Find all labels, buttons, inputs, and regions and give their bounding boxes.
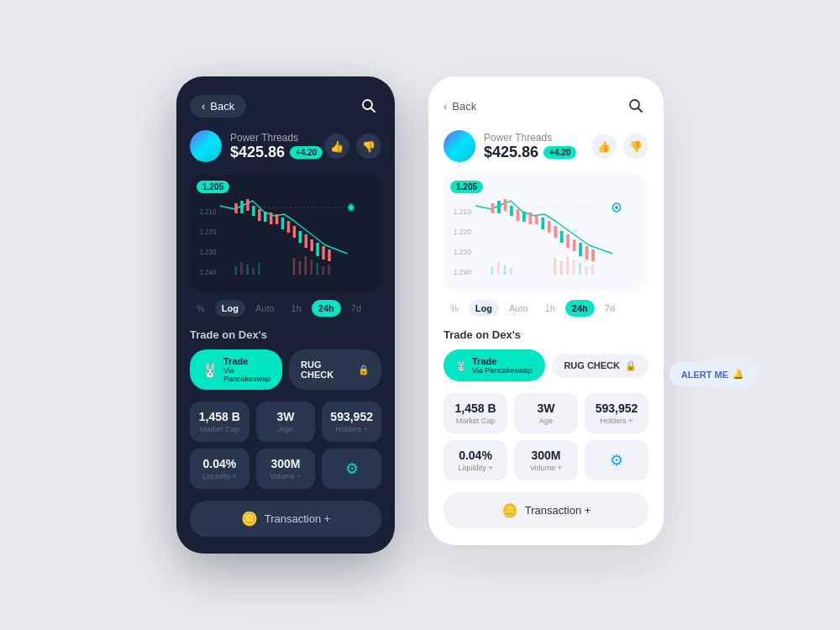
token-logo-light — [444, 130, 475, 162]
dark-header: ‹ Back — [190, 93, 381, 118]
tab-log-dark[interactable]: Log — [215, 300, 245, 317]
stat-volume-light: 300M Volume + — [514, 440, 578, 480]
lock-icon-light: 🔒 — [625, 360, 637, 371]
back-button-dark[interactable]: ‹ Back — [190, 95, 246, 118]
svg-rect-33 — [305, 256, 307, 275]
thumbs-up-light[interactable]: 👍 — [591, 134, 617, 159]
svg-rect-53 — [541, 218, 544, 229]
light-card: ‹ Back Power Threads $425.86 +4.20 — [428, 76, 664, 545]
svg-line-1 — [371, 108, 375, 113]
tab-auto-dark[interactable]: Auto — [249, 300, 281, 317]
alert-me-label: ALERT ME — [681, 370, 728, 380]
token-details-light: Power Threads $425.86 +4.20 — [484, 132, 576, 161]
stats-grid-dark: 1,458 B Market Cap 3W Age 593,952 Holder… — [190, 402, 381, 442]
stat-liquidity-light: 0.04% Liquidity + — [444, 440, 507, 480]
svg-text:1.240: 1.240 — [454, 268, 471, 276]
svg-rect-47 — [504, 199, 507, 211]
tab-7d-dark[interactable]: 7d — [344, 300, 368, 317]
bell-icon: 🔔 — [732, 369, 744, 380]
token-price-light: $425.86 — [484, 144, 538, 161]
trade-buttons-dark: 🐰 Trade Via Pancakeswap RUG CHECK 🔒 — [190, 349, 381, 390]
svg-rect-23 — [328, 249, 330, 261]
svg-rect-17 — [293, 226, 296, 238]
svg-rect-74 — [591, 265, 594, 275]
svg-rect-69 — [560, 261, 563, 275]
thumbs-up-dark[interactable]: 👍 — [324, 134, 349, 159]
stat-volume-dark: 300M Volume + — [256, 449, 316, 489]
gear-button-dark[interactable]: ⚙ — [322, 449, 381, 489]
svg-rect-57 — [566, 234, 570, 248]
rug-check-button-dark[interactable]: RUG CHECK 🔒 — [289, 349, 381, 390]
svg-text:1.230: 1.230 — [200, 247, 217, 256]
back-chevron-light: ‹ — [444, 100, 447, 113]
tab-percent-dark[interactable]: % — [190, 300, 212, 317]
token-logo-dark — [190, 130, 222, 162]
transaction-button-light[interactable]: 🪙 Transaction + — [444, 492, 648, 528]
token-info-dark: Power Threads $425.86 +4.20 👍 👎 — [190, 130, 381, 162]
svg-rect-8 — [240, 201, 243, 213]
tab-24h-dark[interactable]: 24h — [312, 300, 341, 317]
trade-btn-label-dark: Trade — [223, 356, 270, 366]
search-icon-dark[interactable] — [356, 93, 381, 118]
svg-text:1.220: 1.220 — [454, 228, 471, 236]
coin-icon-dark: 🪙 — [241, 511, 258, 527]
svg-rect-20 — [310, 239, 312, 251]
svg-rect-34 — [310, 260, 312, 275]
tab-7d-light[interactable]: 7d — [598, 300, 622, 317]
rug-btn-label-dark: RUG CHECK — [301, 360, 353, 380]
tab-1h-dark[interactable]: 1h — [285, 300, 308, 317]
trade-btn-sub-light: Via Pancakeswap — [472, 366, 532, 375]
svg-text:1.210: 1.210 — [454, 207, 471, 216]
stat-age-light: 3W Age — [514, 393, 578, 433]
main-container: ‹ Back Power Threads $425.86 +4.20 — [143, 43, 697, 587]
tab-auto-light[interactable]: Auto — [502, 300, 535, 317]
tab-percent-light[interactable]: % — [444, 300, 465, 317]
svg-rect-16 — [287, 221, 290, 233]
tab-log-light[interactable]: Log — [469, 300, 499, 317]
token-change-dark: +4.20 — [290, 146, 323, 159]
stats-grid-light: 1,458 B Market Cap 3W Age 593,952 Holder… — [444, 393, 648, 433]
token-name-dark: Power Threads — [230, 132, 323, 144]
trade-button-light[interactable]: 🐰 Trade Via Pancakeswap — [444, 349, 545, 381]
transaction-button-dark[interactable]: 🪙 Transaction + — [190, 501, 381, 537]
thumbs-down-dark[interactable]: 👎 — [356, 134, 381, 159]
svg-rect-36 — [322, 266, 324, 275]
svg-rect-68 — [554, 258, 556, 275]
transaction-label-light: Transaction + — [525, 504, 591, 517]
trade-label-light: Trade on Dex's — [444, 328, 648, 341]
rug-btn-label-light: RUG CHECK — [564, 360, 620, 370]
gear-button-light[interactable]: ⚙ — [585, 440, 648, 480]
stats-grid2-light: 0.04% Liquidity + 300M Volume + ⚙ — [444, 440, 648, 480]
token-left-light: Power Threads $425.86 +4.20 — [444, 130, 576, 162]
svg-rect-37 — [328, 265, 330, 275]
svg-rect-30 — [258, 263, 260, 275]
svg-rect-65 — [497, 262, 500, 275]
svg-rect-15 — [281, 218, 284, 229]
alert-button-container: ALERT ME 🔔 — [669, 362, 756, 386]
svg-rect-56 — [560, 231, 564, 243]
svg-rect-46 — [497, 201, 501, 213]
trade-label-dark: Trade on Dex's — [190, 328, 381, 341]
tab-1h-light[interactable]: 1h — [538, 300, 562, 317]
thumbs-down-light[interactable]: 👎 — [623, 134, 648, 159]
alert-me-button[interactable]: ALERT ME 🔔 — [669, 362, 756, 386]
svg-point-63 — [615, 206, 618, 209]
rug-check-button-light[interactable]: RUG CHECK 🔒 — [552, 354, 648, 378]
trade-buttons-light: 🐰 Trade Via Pancakeswap RUG CHECK 🔒 — [444, 349, 648, 381]
svg-rect-19 — [305, 234, 307, 248]
chart-dark: 1.210 1.220 1.230 1.240 — [198, 182, 373, 283]
svg-rect-27 — [240, 262, 243, 275]
svg-rect-72 — [579, 263, 581, 275]
rabbit-icon-dark: 🐰 — [202, 362, 218, 378]
stat-holders-dark: 593,952 Holders + — [322, 402, 381, 442]
svg-rect-59 — [579, 243, 582, 256]
trade-btn-sub-dark: Via Pancakeswap — [223, 366, 270, 383]
svg-rect-35 — [316, 263, 318, 275]
back-button-light[interactable]: ‹ Back — [444, 100, 476, 113]
trade-button-dark[interactable]: 🐰 Trade Via Pancakeswap — [190, 349, 282, 390]
svg-rect-10 — [252, 206, 255, 216]
svg-line-39 — [638, 108, 643, 113]
search-icon-light[interactable] — [623, 93, 648, 118]
tab-24h-light[interactable]: 24h — [565, 300, 595, 317]
chart-label-dark: 1.205 — [197, 181, 229, 193]
